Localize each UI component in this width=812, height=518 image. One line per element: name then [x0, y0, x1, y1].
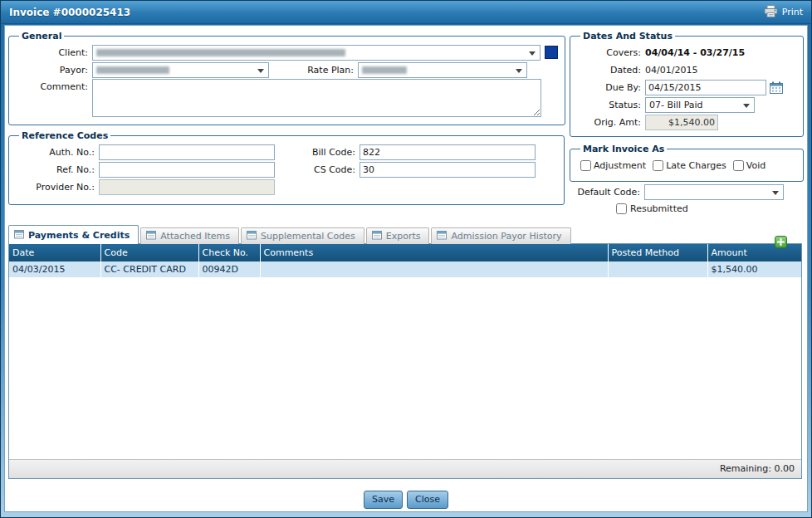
rate-plan-select[interactable]	[358, 62, 527, 78]
resubmitted-label: Resubmitted	[630, 203, 688, 214]
col-header-check-no[interactable]: Check No.	[198, 244, 260, 261]
grid-header-row: Date Code Check No. Comments Posted Meth…	[9, 244, 801, 261]
cs-code-input[interactable]	[360, 162, 536, 178]
void-checkbox[interactable]	[733, 160, 744, 171]
save-button[interactable]: Save	[364, 491, 403, 509]
payments-table: Date Code Check No. Comments Posted Meth…	[9, 244, 801, 277]
tab-label: Supplemental Codes	[261, 231, 355, 242]
reference-codes-fieldset: Reference Codes Auth. No.: Bill Code: Re…	[8, 130, 565, 205]
form-page-icon	[437, 230, 447, 242]
cell-check-no: 00942D	[198, 261, 260, 277]
rate-plan-label: Rate Plan:	[269, 65, 358, 76]
comment-textarea[interactable]	[92, 79, 541, 117]
auth-no-input[interactable]	[99, 144, 275, 160]
tab-supplemental-codes[interactable]: Supplemental Codes	[241, 227, 364, 244]
window-title: Invoice #0000025413	[9, 7, 130, 18]
action-buttons: Save Close	[5, 491, 807, 509]
cell-comments	[260, 261, 608, 277]
form-page-icon	[247, 230, 257, 242]
plus-icon	[777, 238, 785, 246]
default-code-label: Default Code:	[570, 187, 644, 198]
tab-admission-payor-history[interactable]: Admission Payor History	[431, 227, 570, 244]
cell-posted-method	[608, 261, 707, 277]
resubmitted-checkbox[interactable]	[616, 203, 627, 214]
close-button[interactable]: Close	[407, 491, 448, 509]
bill-code-input[interactable]	[360, 144, 536, 160]
tab-payments-credits[interactable]: Payments & Credits	[8, 225, 139, 244]
col-header-date[interactable]: Date	[9, 244, 100, 261]
status-label: Status:	[577, 100, 645, 110]
default-code-select[interactable]	[644, 184, 784, 200]
cs-code-label: CS Code:	[275, 164, 360, 175]
general-fieldset: General Client: Payor: Rate Plan: Com	[8, 31, 565, 125]
col-header-posted-method[interactable]: Posted Method	[608, 244, 707, 261]
tab-label: Admission Payor History	[451, 231, 561, 242]
comment-label: Comment:	[16, 79, 92, 92]
orig-amt-field	[645, 115, 718, 130]
late-charges-checkbox[interactable]	[653, 160, 663, 171]
provider-no-input	[99, 179, 275, 195]
payment-row[interactable]: 04/03/2015 CC- CREDIT CARD 00942D $1,540…	[9, 261, 801, 277]
print-button[interactable]: Print	[764, 5, 803, 20]
titlebar: Invoice #0000025413 Print	[1, 1, 811, 24]
form-page-icon	[146, 230, 156, 242]
adjustment-checkbox[interactable]	[580, 160, 591, 171]
ref-no-label: Ref. No.:	[16, 164, 99, 175]
status-value: 07- Bill Paid	[649, 100, 703, 110]
auth-no-label: Auth. No.:	[16, 147, 99, 158]
printer-icon	[764, 5, 778, 20]
mark-invoice-fieldset: Mark Invoice As Adjustment Late Charges …	[570, 144, 804, 182]
late-charges-label: Late Charges	[666, 160, 726, 171]
payor-select[interactable]	[92, 62, 269, 78]
covers-value: 04/04/14 - 03/27/15	[645, 47, 745, 58]
dated-value: 04/01/2015	[645, 65, 697, 76]
adjustment-label: Adjustment	[594, 160, 646, 171]
resubmitted-row: Resubmitted	[616, 203, 688, 214]
form-page-icon	[14, 229, 24, 242]
form-page-icon	[372, 230, 382, 242]
cell-amount: $1,540.00	[707, 261, 801, 277]
col-header-comments[interactable]: Comments	[260, 244, 608, 261]
client-value-redacted	[96, 49, 345, 56]
main-content: General Client: Payor: Rate Plan: Com	[4, 25, 808, 512]
cell-code: CC- CREDIT CARD	[100, 261, 198, 277]
provider-no-label: Provider No.:	[16, 182, 99, 193]
payor-label: Payor:	[16, 65, 92, 76]
tab-bar: Payments & Credits Attached Items Supple…	[8, 225, 573, 244]
ref-no-input[interactable]	[99, 162, 275, 178]
tab-label: Attached Items	[160, 231, 230, 242]
col-header-code[interactable]: Code	[100, 244, 198, 261]
tab-attached-items[interactable]: Attached Items	[140, 227, 239, 244]
client-select[interactable]	[92, 45, 541, 61]
due-by-input[interactable]	[645, 80, 766, 95]
calendar-icon[interactable]	[770, 81, 783, 94]
orig-amt-label: Orig. Amt:	[577, 117, 645, 128]
general-legend: General	[19, 31, 64, 42]
client-lookup-button[interactable]	[545, 46, 558, 59]
invoice-window: Invoice #0000025413 Print General Client…	[0, 0, 812, 518]
tab-label: Exports	[386, 231, 421, 242]
payor-value-redacted	[96, 66, 169, 74]
payments-grid: Date Code Check No. Comments Posted Meth…	[8, 243, 802, 479]
void-label: Void	[746, 160, 766, 171]
cell-date: 04/03/2015	[9, 261, 100, 277]
bill-code-label: Bill Code:	[275, 147, 360, 158]
covers-label: Covers:	[577, 47, 645, 58]
remaining-total: Remaining: 0.00	[9, 459, 801, 478]
col-header-amount[interactable]: Amount	[707, 244, 801, 261]
tab-exports[interactable]: Exports	[366, 227, 430, 244]
client-label: Client:	[16, 47, 92, 58]
mark-invoice-legend: Mark Invoice As	[580, 144, 667, 154]
add-payment-button[interactable]	[775, 236, 787, 248]
late-charges-option[interactable]: Late Charges	[653, 160, 726, 171]
adjustment-option[interactable]: Adjustment	[580, 160, 646, 171]
tab-label: Payments & Credits	[28, 230, 130, 241]
dated-label: Dated:	[577, 65, 645, 76]
void-option[interactable]: Void	[733, 160, 766, 171]
reference-codes-legend: Reference Codes	[19, 130, 110, 141]
print-label: Print	[782, 7, 803, 17]
dates-status-fieldset: Dates And Status Covers: 04/04/14 - 03/2…	[570, 31, 804, 137]
status-select[interactable]: 07- Bill Paid	[645, 97, 755, 113]
due-by-label: Due By:	[577, 82, 645, 93]
default-code-row: Default Code:	[570, 184, 787, 200]
